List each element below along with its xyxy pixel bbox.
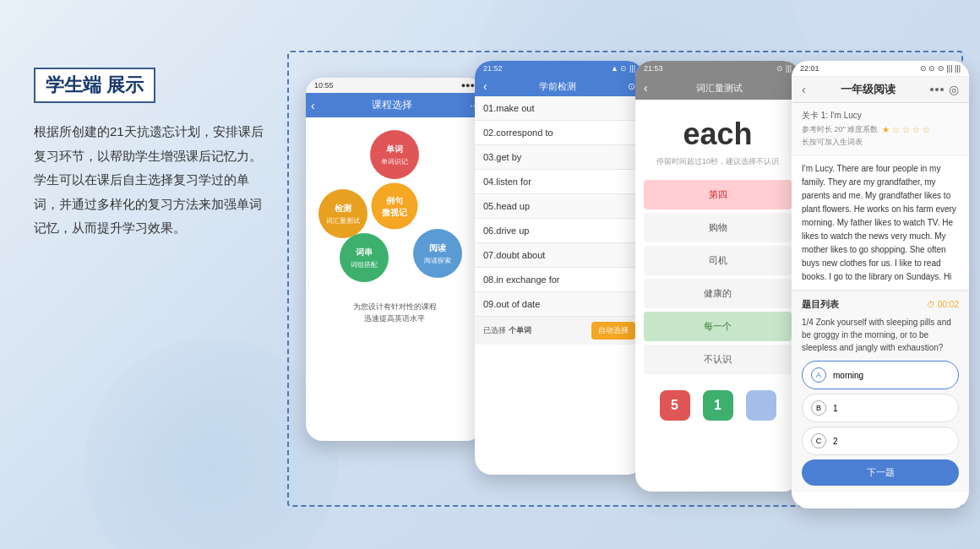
phone-course-selection: 10:55 ●●● ‹ 课程选择 ··· 例句 微视记 单词 单词识记 检测 [306, 78, 483, 441]
phone1-header: ‹ 课程选择 ··· [306, 93, 483, 117]
status-icons-1: ●●● [461, 81, 475, 90]
auto-select-button[interactable]: 自动选择 [591, 322, 635, 340]
dots-menu[interactable] [930, 88, 944, 91]
time-4: 22:01 [800, 64, 819, 73]
settings-icon[interactable]: ◎ [949, 83, 959, 96]
circle-word[interactable]: 单词 单词识记 [370, 130, 419, 179]
question-section: 题目列表 ⏱ 00:02 1/4 Zonk yourself with slee… [792, 291, 969, 492]
section-title: 学生端 展示 [46, 74, 144, 95]
reading-title: 一年级阅读 [806, 82, 930, 97]
left-section: 学生端 展示 根据所创建的21天抗遗忘计划，安排课后复习环节，以帮助学生增强课后… [34, 68, 270, 241]
option-label-c: C [811, 433, 826, 448]
phone2-footer: 已选择 个单词 自动选择 [475, 317, 644, 345]
circle-menu: 例句 微视记 单词 单词识记 检测 词汇量测试 词串 词组搭配 阅读 阅读探索 [314, 126, 475, 286]
each-word-display: each [635, 100, 800, 156]
status-icons-3: ⊙ ||| [776, 64, 792, 73]
time-info: 参考时长 20'' 难度系数 ★ ☆ ☆ ☆ ☆ [802, 124, 959, 135]
vocab-test-title: 词汇量测试 [648, 82, 792, 95]
reading-meta: 关卡 1: I'm Lucy 参考时长 20'' 难度系数 ★ ☆ ☆ ☆ ☆ … [792, 103, 969, 155]
vocab-option[interactable]: 司机 [644, 246, 792, 275]
option-label-b: B [811, 400, 826, 416]
list-item[interactable]: 08.in exchange for [475, 268, 644, 292]
chapter-label: 关卡 1: I'm Lucy [802, 110, 959, 122]
badge-green: 1 [703, 390, 733, 421]
phone3-header: ‹ 词汇量测试 [635, 76, 800, 100]
status-icons-4: ⊙ ⊙ ⊙ ||| ||| [920, 64, 961, 73]
next-question-button[interactable]: 下一题 [802, 459, 959, 486]
time-3: 21:53 [644, 64, 663, 73]
badge-red: 5 [660, 390, 690, 421]
vocab-options: 第四 购物 司机 健康的 每一个 不认识 [635, 176, 800, 382]
option-label-a: A [811, 367, 826, 383]
answer-option-c[interactable]: C 2 [802, 427, 959, 455]
back-arrow-2[interactable]: ‹ [483, 79, 487, 93]
phone1-footer: 为您设计有针对性的课程 迅速提高英语水平 [306, 295, 483, 331]
phones-container: 10:55 ●●● ‹ 课程选择 ··· 例句 微视记 单词 单词识记 检测 [287, 51, 963, 507]
phone1-title: 课程选择 [372, 98, 412, 112]
list-item[interactable]: 06.drive up [475, 219, 644, 243]
vocab-option[interactable]: 健康的 [644, 279, 792, 308]
vocab-option[interactable]: 第四 [644, 180, 792, 209]
vocab-option[interactable]: 购物 [644, 213, 792, 242]
reading-text: I'm Lucy. There are four people in my fa… [792, 155, 969, 291]
status-bar-4: 22:01 ⊙ ⊙ ⊙ ||| ||| [792, 61, 969, 77]
question-list-label: 题目列表 [802, 298, 839, 311]
phone-word-list: 21:52 ▲ ⊙ ||| ‹ 学前检测 ⊙ 01.make out 02.co… [475, 61, 644, 475]
back-arrow-1[interactable]: ‹ [311, 99, 315, 112]
footer-line1: 为您设计有针对性的课程 [310, 302, 479, 313]
status-bar-2: 21:52 ▲ ⊙ ||| [475, 61, 644, 76]
status-icons-2: ▲ ⊙ ||| [611, 64, 635, 73]
list-item[interactable]: 02.correspond to [475, 121, 644, 145]
title-badge: 学生端 展示 [34, 68, 155, 103]
circle-read[interactable]: 阅读 阅读探索 [413, 229, 462, 278]
question-text: 1/4 Zonk yourself with sleeping pills an… [802, 316, 959, 354]
answer-option-b[interactable]: B 1 [802, 394, 959, 422]
sub-label: 长按可加入生词表 [802, 137, 959, 148]
time-1: 10:55 [314, 81, 334, 90]
status-bar-3: 21:53 ⊙ ||| [635, 61, 800, 76]
list-item[interactable]: 01.make out [475, 96, 644, 121]
list-item[interactable]: 07.doubt about [475, 243, 644, 268]
vocab-option[interactable]: 不认识 [644, 345, 792, 374]
each-hint: 停留时间超过10秒，建议选择不认识 [635, 156, 800, 176]
word-list: 01.make out 02.correspond to 03.get by 0… [475, 96, 644, 317]
circle-center[interactable]: 例句 微视记 [372, 183, 418, 230]
time-2: 21:52 [483, 64, 503, 73]
option-text-b: 1 [833, 404, 838, 413]
badge-blue [746, 390, 776, 421]
circle-detect[interactable]: 检测 词汇量测试 [318, 189, 368, 238]
reading-header: ‹ 一年级阅读 ◎ [792, 77, 969, 103]
phone2-title: 学前检测 [539, 80, 576, 93]
footer-line2: 迅速提高英语水平 [310, 313, 479, 325]
vocab-option[interactable]: 每一个 [644, 312, 792, 341]
answer-option-a[interactable]: A morning [802, 361, 959, 389]
list-item[interactable]: 05.head up [475, 194, 644, 219]
option-text-a: morning [833, 371, 863, 380]
option-text-c: 2 [833, 437, 838, 446]
list-item[interactable]: 09.out of date [475, 292, 644, 317]
phone3-bottom: 5 1 [635, 382, 800, 429]
list-item[interactable]: 04.listen for [475, 170, 644, 194]
timer-display: ⏱ 00:02 [927, 300, 959, 309]
phone-reading: 22:01 ⊙ ⊙ ⊙ ||| ||| ‹ 一年级阅读 ◎ 关卡 1: I'm … [792, 61, 969, 508]
phone2-header: ‹ 学前检测 ⊙ [475, 76, 644, 96]
section-description: 根据所创建的21天抗遗忘计划，安排课后复习环节，以帮助学生增强课后记忆力。学生可… [34, 120, 270, 241]
list-item[interactable]: 03.get by [475, 145, 644, 170]
phone-vocab-test: 21:53 ⊙ ||| ‹ 词汇量测试 each 停留时间超过10秒，建议选择不… [635, 61, 800, 492]
circle-phrase[interactable]: 词串 词组搭配 [340, 233, 389, 282]
question-header: 题目列表 ⏱ 00:02 [802, 298, 959, 311]
status-bar-1: 10:55 ●●● [306, 78, 483, 93]
